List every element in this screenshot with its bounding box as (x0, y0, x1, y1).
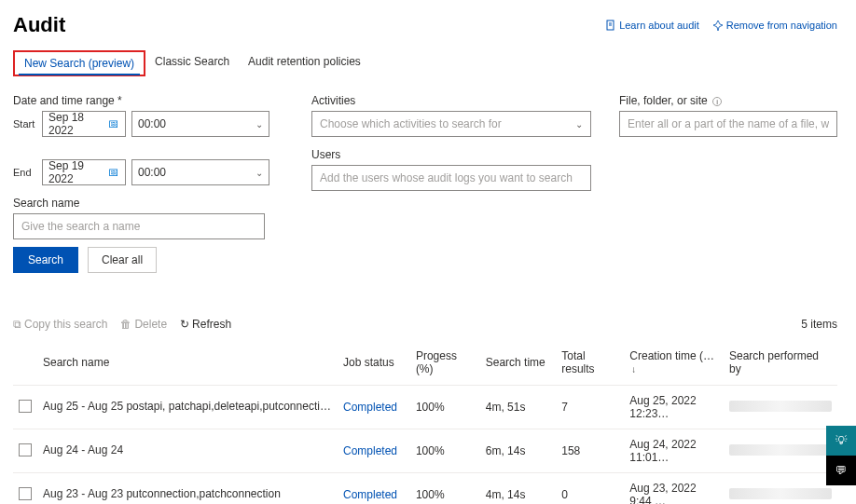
chat-button[interactable]: 💬︎ (826, 456, 856, 485)
row-search-name: Aug 25 - Aug 25 postapi, patchapi,delete… (43, 400, 332, 413)
row-performed-by (724, 386, 837, 429)
copy-label: Copy this search (24, 318, 107, 331)
search-name-input[interactable] (13, 213, 265, 239)
col-search-name[interactable]: Search name (37, 340, 338, 386)
row-status-link[interactable]: Completed (343, 401, 397, 414)
row-checkbox[interactable] (19, 400, 32, 413)
row-search-name: Aug 23 - Aug 23 putconnection,patchconne… (43, 487, 281, 500)
row-ctime: Aug 24, 2022 11:01… (624, 429, 724, 473)
remove-from-navigation-link[interactable]: Remove from navigation (712, 20, 837, 31)
row-ctime: Aug 23, 2022 9:44 … (624, 473, 724, 505)
col-performed-by[interactable]: Search performed by (724, 340, 837, 386)
row-status-link[interactable]: Completed (343, 444, 397, 457)
copy-icon: ⧉ (13, 318, 21, 331)
row-performed-by (724, 473, 837, 505)
row-search-time: 4m, 14s (480, 473, 556, 505)
chevron-down-icon: ⌄ (255, 168, 263, 178)
tab-new-search[interactable]: New Search (preview) (15, 52, 144, 75)
refresh-button[interactable]: ↻ Refresh (180, 318, 231, 331)
remove-label: Remove from navigation (726, 20, 837, 31)
calendar-icon: 📅︎ (108, 166, 119, 179)
info-icon[interactable]: i (712, 97, 722, 106)
highlight-box: New Search (preview) (13, 50, 145, 76)
row-progress: 100% (410, 429, 480, 473)
row-search-time: 4m, 51s (480, 386, 556, 429)
date-range-label: Date and time range * (13, 94, 283, 107)
feedback-button[interactable]: 💡︎ (826, 426, 856, 456)
table-row[interactable]: Aug 23 - Aug 23 putconnection,patchconne… (13, 473, 837, 505)
lightbulb-icon: 💡︎ (835, 434, 847, 447)
learn-about-audit-link[interactable]: Learn about audit (605, 20, 699, 31)
row-search-time: 6m, 14s (480, 429, 556, 473)
col-creation-time[interactable]: Creation time (…↓ (624, 340, 724, 386)
row-checkbox[interactable] (19, 443, 32, 456)
sort-down-icon: ↓ (631, 364, 636, 375)
table-row[interactable]: Aug 24 - Aug 24Completed100%6m, 14s158Au… (13, 429, 837, 473)
results-table: Search name Job status Progess (%) Searc… (13, 340, 837, 504)
chevron-down-icon: ⌄ (575, 119, 583, 129)
page-title: Audit (13, 13, 65, 37)
col-progress[interactable]: Progess (%) (410, 340, 480, 386)
end-time-input[interactable]: 00:00 ⌄ (131, 159, 269, 185)
calendar-icon: 📅︎ (108, 117, 119, 130)
chat-icon: 💬︎ (835, 464, 847, 477)
activities-label: Activities (311, 94, 591, 107)
end-date-input[interactable]: Sep 19 2022 📅︎ (42, 159, 126, 185)
users-label: Users (311, 148, 591, 161)
search-name-label: Search name (13, 197, 283, 210)
refresh-label: Refresh (192, 318, 231, 331)
items-count: 5 items (801, 318, 837, 331)
row-progress: 100% (410, 473, 480, 505)
end-label: End (13, 167, 36, 178)
start-label: Start (13, 118, 36, 129)
row-ctime: Aug 25, 2022 12:23… (624, 386, 724, 429)
learn-label: Learn about audit (619, 20, 699, 31)
tab-classic-search[interactable]: Classic Search (145, 50, 239, 76)
delete-button[interactable]: 🗑︎ Delete (120, 318, 167, 331)
row-checkbox[interactable] (19, 487, 32, 500)
unpin-icon (712, 20, 724, 31)
col-total-results[interactable]: Total results (556, 340, 624, 386)
end-date-value: Sep 19 2022 (48, 159, 108, 185)
activities-placeholder: Choose which activities to search for (320, 117, 502, 130)
row-search-name: Aug 24 - Aug 24 (43, 443, 123, 456)
copy-search-button[interactable]: ⧉ Copy this search (13, 318, 107, 331)
col-search-time[interactable]: Search time (480, 340, 556, 386)
row-status-link[interactable]: Completed (343, 488, 397, 501)
document-icon (605, 20, 616, 31)
search-button[interactable]: Search (13, 247, 78, 273)
tab-bar: New Search (preview) Classic Search Audi… (13, 50, 837, 77)
start-time-value: 00:00 (138, 117, 166, 130)
end-time-value: 00:00 (138, 166, 166, 179)
row-total: 7 (556, 386, 624, 429)
start-date-value: Sep 18 2022 (48, 111, 108, 137)
file-label: File, folder, or site i (619, 94, 837, 107)
users-input[interactable] (311, 165, 591, 191)
file-input[interactable] (619, 111, 837, 137)
tab-audit-retention[interactable]: Audit retention policies (239, 50, 370, 76)
row-progress: 100% (410, 386, 480, 429)
chevron-down-icon: ⌄ (255, 119, 263, 129)
row-total: 0 (556, 473, 624, 505)
clear-all-button[interactable]: Clear all (88, 247, 157, 273)
start-date-input[interactable]: Sep 18 2022 📅︎ (42, 111, 126, 137)
trash-icon: 🗑︎ (120, 318, 131, 331)
table-row[interactable]: Aug 25 - Aug 25 postapi, patchapi,delete… (13, 386, 837, 429)
start-time-input[interactable]: 00:00 ⌄ (131, 111, 269, 137)
delete-label: Delete (134, 318, 167, 331)
col-job-status[interactable]: Job status (338, 340, 410, 386)
activities-select[interactable]: Choose which activities to search for ⌄ (311, 111, 591, 137)
row-performed-by (724, 429, 837, 473)
refresh-icon: ↻ (180, 318, 189, 331)
row-total: 158 (556, 429, 624, 473)
